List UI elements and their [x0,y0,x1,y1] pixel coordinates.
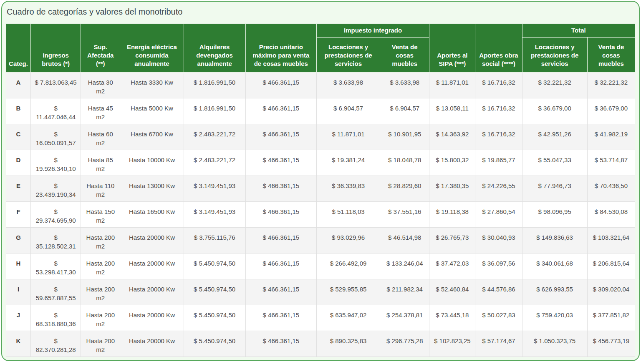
header-total-venta: Venta de cosas muebles [587,38,635,73]
value-cell: Hasta 6700 Kw [120,124,184,150]
value-cell: $ 266.492,09 [316,254,380,279]
value-cell: $ 93.029,96 [316,228,380,254]
value-cell: $ 103.321,64 [587,228,635,254]
value-cell: $ 102.823,25 [429,331,475,357]
header-aportes-sipa: Aportes al SIPA (***) [429,24,475,73]
value-cell: $ 11.447.046,44 [31,98,81,124]
value-cell: $ 24.226,55 [475,176,522,202]
value-cell: $ 3.633,98 [380,73,429,98]
value-cell: $ 890.325,83 [316,331,380,357]
value-cell: $ 73.445,18 [429,305,475,331]
value-cell: $ 44.576,86 [475,279,522,305]
value-cell: $ 5.450.974,50 [184,254,245,279]
value-cell: $ 35.128.502,31 [31,228,81,254]
table-row: E$ 23.439.190,34Hasta 110 m2Hasta 13000 … [6,176,635,202]
table-row: B$ 11.447.046,44Hasta 45 m2Hasta 5000 Kw… [6,98,635,124]
table-row: A$ 7.813.063,45Hasta 30 m2Hasta 3330 Kw$… [6,73,635,98]
value-cell: $ 1.816.991,50 [184,98,245,124]
value-cell: $ 98.096,95 [522,202,587,228]
value-cell: $ 37.472,03 [429,254,475,279]
value-cell: Hasta 16500 Kw [120,202,184,228]
value-cell: $ 53.714,87 [587,150,635,176]
value-cell: Hasta 30 m2 [81,73,120,98]
value-cell: $ 11.871,01 [429,73,475,98]
value-cell: $ 36.679,00 [587,98,635,124]
table-row: C$ 16.050.091,57Hasta 60 m2Hasta 6700 Kw… [6,124,635,150]
value-cell: Hasta 20000 Kw [120,254,184,279]
header-precio-unitario: Precio unitario máximo para venta de cos… [245,24,316,73]
value-cell: $ 19.865,77 [475,150,522,176]
category-cell: F [6,202,31,228]
value-cell: $ 11.871,01 [316,124,380,150]
value-cell: $ 50.027,83 [475,305,522,331]
value-cell: $ 309.020,04 [587,279,635,305]
value-cell: $ 296.775,28 [380,331,429,357]
header-ingresos-brutos: Ingresos brutos (*) [31,24,81,73]
value-cell: Hasta 150 m2 [81,202,120,228]
value-cell: $ 26.765,73 [429,228,475,254]
value-cell: $ 466.361,15 [245,150,316,176]
value-cell: $ 7.813.063,45 [31,73,81,98]
value-cell: $ 377.851,82 [587,305,635,331]
value-cell: Hasta 60 m2 [81,124,120,150]
category-cell: D [6,150,31,176]
value-cell: $ 133.246,04 [380,254,429,279]
value-cell: $ 149.836,63 [522,228,587,254]
value-cell: Hasta 85 m2 [81,150,120,176]
category-cell: J [6,305,31,331]
value-cell: $ 10.901,95 [380,124,429,150]
table-row: I$ 59.657.887,55Hasta 200 m2Hasta 20000 … [6,279,635,305]
value-cell: $ 15.800,32 [429,150,475,176]
value-cell: $ 59.657.887,55 [31,279,81,305]
value-cell: $ 37.551,16 [380,202,429,228]
value-cell: $ 18.048,78 [380,150,429,176]
value-cell: $ 28.829,60 [380,176,429,202]
value-cell: Hasta 3330 Kw [120,73,184,98]
value-cell: $ 3.149.451,93 [184,202,245,228]
table-row: H$ 53.298.417,30Hasta 200 m2Hasta 20000 … [6,254,635,279]
value-cell: $ 53.298.417,30 [31,254,81,279]
value-cell: $ 6.904,57 [316,98,380,124]
value-cell: $ 5.450.974,50 [184,305,245,331]
value-cell: $ 77.946,73 [522,176,587,202]
page-title: Cuadro de categorías y valores del monot… [7,7,635,17]
value-cell: Hasta 13000 Kw [120,176,184,202]
value-cell: Hasta 200 m2 [81,228,120,254]
value-cell: $ 626.993,55 [522,279,587,305]
group-header-impuesto-integrado: Impuesto integrado [316,24,429,38]
table-row: D$ 19.926.340,10Hasta 85 m2Hasta 10000 K… [6,150,635,176]
value-cell: $ 16.716,32 [475,124,522,150]
value-cell: $ 2.483.221,72 [184,124,245,150]
header-energia-electrica: Energía eléctrica consumida anualmente [120,24,184,73]
value-cell: $ 466.361,15 [245,254,316,279]
value-cell: $ 5.450.974,50 [184,331,245,357]
value-cell: $ 3.755.115,76 [184,228,245,254]
value-cell: Hasta 200 m2 [81,279,120,305]
value-cell: $ 27.860,54 [475,202,522,228]
value-cell: $ 52.460,84 [429,279,475,305]
value-cell: $ 19.926.340,10 [31,150,81,176]
value-cell: $ 36.679,00 [522,98,587,124]
value-cell: Hasta 20000 Kw [120,305,184,331]
value-cell: $ 46.514,98 [380,228,429,254]
value-cell: $ 13.058,11 [429,98,475,124]
value-cell: $ 14.363,92 [429,124,475,150]
value-cell: $ 16.716,32 [475,98,522,124]
value-cell: $ 211.982,34 [380,279,429,305]
value-cell: Hasta 200 m2 [81,305,120,331]
value-cell: $ 5.450.974,50 [184,279,245,305]
value-cell: $ 6.904,57 [380,98,429,124]
value-cell: $ 19.118,38 [429,202,475,228]
value-cell: $ 466.361,15 [245,279,316,305]
value-cell: Hasta 200 m2 [81,254,120,279]
value-cell: $ 759.420,03 [522,305,587,331]
value-cell: $ 456.773,19 [587,331,635,357]
value-cell: $ 68.318.880,36 [31,305,81,331]
value-cell: Hasta 110 m2 [81,176,120,202]
value-cell: Hasta 45 m2 [81,98,120,124]
value-cell: $ 32.221,32 [522,73,587,98]
monotributo-card: Cuadro de categorías y valores del monot… [1,1,640,361]
value-cell: $ 82.370.281,28 [31,331,81,357]
value-cell: $ 529.955,85 [316,279,380,305]
table-row: J$ 68.318.880,36Hasta 200 m2Hasta 20000 … [6,305,635,331]
